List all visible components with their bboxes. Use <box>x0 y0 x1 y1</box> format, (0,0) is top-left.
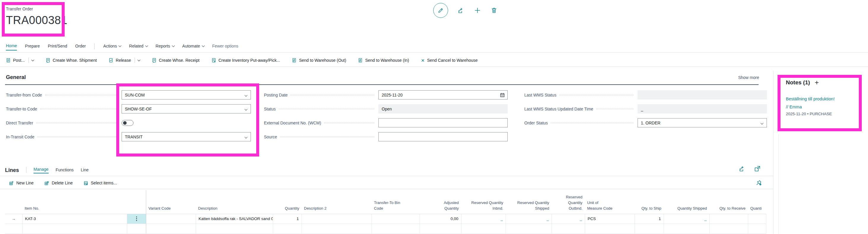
cell-qty-to-receive[interactable] <box>709 214 748 224</box>
drilldown-link[interactable]: _ <box>501 216 503 221</box>
empty-cell[interactable] <box>461 224 506 233</box>
open-in-new-window-icon[interactable] <box>754 165 761 172</box>
note-link[interactable]: Beställning till produktion! // Emma <box>786 95 862 111</box>
new-line-button[interactable]: New Line <box>9 180 33 185</box>
create-whse-shipment-button[interactable]: Create Whse. Shipment <box>46 58 97 63</box>
tab-reports[interactable]: Reports <box>156 43 174 50</box>
col-variant-code[interactable]: Variant Code <box>146 190 196 214</box>
cell-reserved-qty-shipped[interactable]: _ <box>506 214 552 224</box>
col-qty-to-ship[interactable]: Qty. to Ship <box>634 190 664 214</box>
tab-divider <box>94 43 95 49</box>
chevron-down-icon <box>31 59 34 61</box>
empty-cell[interactable] <box>127 224 146 233</box>
delete-line-button[interactable]: Delete Line <box>44 180 73 185</box>
date-value: 2025-11-20 <box>382 93 403 97</box>
col-description-2[interactable]: Description 2 <box>302 190 372 214</box>
external-document-no-input[interactable] <box>378 118 508 127</box>
tab-print-send[interactable]: Print/Send <box>48 43 67 50</box>
new-record-button[interactable] <box>473 6 481 14</box>
order-status-combobox[interactable]: 1. ORDER <box>638 118 767 127</box>
send-cancel-to-warehouse-button[interactable]: ✕ Send Cancel to Warehouse <box>421 58 478 63</box>
edit-button[interactable] <box>433 3 448 18</box>
cell-item-no[interactable]: KAT-3 <box>22 214 127 224</box>
transfer-to-code-combobox[interactable]: SHOW-SE-OF <box>122 104 251 113</box>
lines-tab-manage[interactable]: Manage <box>33 167 49 173</box>
col-quantity[interactable]: Quantity <box>273 190 302 214</box>
delete-record-button[interactable] <box>490 6 498 14</box>
empty-cell[interactable] <box>552 224 585 233</box>
in-transit-code-combobox[interactable]: TRANSIT <box>122 132 251 141</box>
cell-transfer-to-bin-code[interactable] <box>372 214 420 224</box>
posting-date-input[interactable]: 2025-11-20 <box>378 90 508 99</box>
drilldown-link[interactable]: _ <box>547 216 549 221</box>
col-transfer-to-bin-code[interactable]: Transfer-To Bin Code <box>372 190 420 214</box>
col-qty-to-receive[interactable]: Qty. to Receive <box>709 190 748 214</box>
empty-cell[interactable] <box>372 224 420 233</box>
empty-cell[interactable] <box>196 224 273 233</box>
col-reserved-qty-outbnd[interactable]: Reserved Quantity Outbnd. <box>552 190 585 214</box>
drilldown-link[interactable]: _ <box>704 216 707 221</box>
col-quantity-truncated[interactable]: Quanti <box>748 190 766 214</box>
empty-cell[interactable] <box>506 224 552 233</box>
add-note-button[interactable]: + <box>815 79 819 86</box>
share-button[interactable] <box>457 6 465 14</box>
field-source: Source <box>264 130 508 144</box>
cell-quantity[interactable]: 1 <box>273 214 302 224</box>
cell-qty-to-ship[interactable]: 1 <box>634 214 664 224</box>
calendar-icon[interactable] <box>500 92 505 98</box>
lines-tab-functions[interactable]: Functions <box>56 168 74 173</box>
fewer-options-link[interactable]: Fewer options <box>212 43 239 50</box>
direct-transfer-toggle[interactable] <box>122 120 133 126</box>
send-to-warehouse-in-button[interactable]: Send to Warehouse (In) <box>358 58 409 63</box>
drilldown-link[interactable]: _ <box>580 216 582 221</box>
row-context-menu-button[interactable] <box>127 214 146 224</box>
tab-automate[interactable]: Automate <box>182 43 204 50</box>
cell-quantity-truncated[interactable] <box>748 214 766 224</box>
cell-variant-code[interactable] <box>146 214 196 224</box>
tab-actions[interactable]: Actions <box>103 43 121 50</box>
cell-reserved-qty-outbnd[interactable]: _ <box>552 214 585 224</box>
tab-home[interactable]: Home <box>6 43 17 51</box>
cell-description-2[interactable] <box>302 214 372 224</box>
empty-cell[interactable] <box>664 224 709 233</box>
show-more-link[interactable]: Show more <box>738 75 759 80</box>
empty-cell[interactable] <box>585 224 634 233</box>
ribbon-rule <box>0 66 868 67</box>
empty-cell[interactable] <box>420 224 461 233</box>
empty-cell[interactable] <box>273 224 302 233</box>
col-reserved-qty-inbnd[interactable]: Reserved Quantity Inbnd. <box>461 190 506 214</box>
select-items-button[interactable]: Select items... <box>83 180 117 185</box>
tab-related[interactable]: Related <box>129 43 147 50</box>
col-item-no[interactable]: Item No. <box>22 190 127 214</box>
release-button[interactable]: Release <box>108 58 140 63</box>
empty-cell[interactable] <box>748 224 766 233</box>
col-reserved-qty-shipped[interactable]: Reserved Quantity Shipped <box>506 190 552 214</box>
source-input[interactable] <box>378 132 508 141</box>
create-whse-receipt-button[interactable]: Create Whse. Receipt <box>152 58 199 63</box>
post-button[interactable]: Post... <box>6 58 34 63</box>
empty-cell[interactable] <box>709 224 748 233</box>
lines-tab-line[interactable]: Line <box>81 168 88 173</box>
col-unit-of-measure[interactable]: Unit of Measure Code <box>585 190 634 214</box>
empty-cell[interactable] <box>302 224 372 233</box>
transfer-from-code-combobox[interactable]: SUN-COM <box>122 90 251 99</box>
col-description[interactable]: Description <box>196 190 273 214</box>
combobox-value: 1. ORDER <box>641 121 660 125</box>
col-quantity-shipped[interactable]: Quantity Shipped <box>664 190 709 214</box>
send-to-warehouse-out-button[interactable]: Send to Warehouse (Out) <box>292 58 346 63</box>
empty-cell[interactable] <box>22 224 127 233</box>
empty-cell[interactable] <box>146 224 196 233</box>
tab-order[interactable]: Order <box>75 43 86 50</box>
unpin-icon[interactable] <box>755 179 762 186</box>
new-line-icon <box>9 180 14 185</box>
col-adjusted-quantity[interactable]: Adjusted Quantity <box>420 190 461 214</box>
create-inventory-putaway-pick-button[interactable]: Create Inventory Put-away/Pick... <box>211 58 280 63</box>
cell-description[interactable]: Katten bäddsoffa rak - SALVADOR sand 02 <box>196 214 273 224</box>
cell-quantity-shipped[interactable]: _ <box>664 214 709 224</box>
tab-prepare[interactable]: Prepare <box>25 43 40 50</box>
cell-unit-of-measure[interactable]: PCS <box>585 214 634 224</box>
cell-reserved-qty-inbnd[interactable]: _ <box>461 214 506 224</box>
empty-cell[interactable] <box>634 224 664 233</box>
share-lines-button[interactable] <box>738 165 746 172</box>
cell-adjusted-quantity[interactable]: 0,00 <box>420 214 461 224</box>
